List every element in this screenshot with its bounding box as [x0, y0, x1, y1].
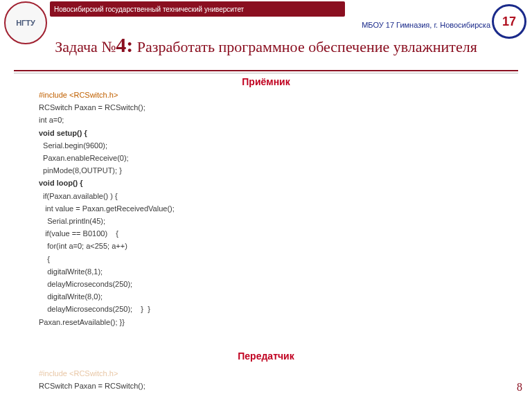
code-line: digitalWrite(8,1);: [39, 265, 175, 278]
code-line: digitalWrite(8,0);: [39, 290, 175, 303]
code-block-transmitter: #include <RCSwitch.h> RCSwitch Paxan = R…: [39, 367, 145, 392]
code-line: delayMicroseconds(250);: [39, 278, 175, 290]
section-transmitter: Передатчик: [0, 351, 532, 362]
code-line: {: [39, 253, 175, 265]
divider-sub: [14, 73, 518, 73]
code-line: Paxan.enableReceive(0);: [39, 152, 175, 164]
code-line: int a=0;: [39, 114, 175, 126]
logo-text: НГТУ: [16, 19, 35, 27]
code-line: #include <RCSwitch.h>: [39, 89, 175, 101]
university-name: Новосибирский государственный технически…: [54, 6, 244, 13]
code-line: RCSwitch Paxan = RCSwitch();: [39, 380, 145, 392]
code-line: void setup() {: [39, 127, 175, 139]
title-prefix: Задача №: [55, 38, 116, 55]
title-num: 4:: [116, 33, 133, 56]
code-line: pinMode(8,OUTPUT); }: [39, 164, 175, 177]
slide-title: Задача №4: Разработать программное обесп…: [0, 33, 532, 57]
code-line: if(value == B0100) {: [39, 227, 175, 240]
code-line: int value = Paxan.getReceivedValue();: [39, 202, 175, 215]
code-line: Paxan.resetAvailable(); }}: [39, 316, 175, 328]
title-rest: Разработать программное обеспечение увла…: [133, 38, 477, 55]
code-line: Serial.begin(9600);: [39, 139, 175, 152]
section-receiver: Приёмник: [0, 76, 532, 87]
code-line: if(Paxan.available() ) {: [39, 190, 175, 202]
code-line: #include <RCSwitch.h>: [39, 367, 145, 380]
page-number: 8: [517, 381, 522, 393]
code-line: for(int a=0; a<255; a++): [39, 240, 175, 252]
code-line: Serial.println(45);: [39, 215, 175, 227]
header-bar: Новосибирский государственный технически…: [50, 1, 345, 17]
divider-main: [14, 70, 518, 71]
code-line: RCSwitch Paxan = RCSwitch();: [39, 101, 175, 114]
school-logo-text: 17: [502, 15, 516, 29]
code-line: void loop() {: [39, 177, 175, 189]
school-name: МБОУ 17 Гимназия, г. Новосибирска: [362, 21, 490, 29]
code-block-receiver: #include <RCSwitch.h> RCSwitch Paxan = R…: [39, 89, 175, 328]
code-line: delayMicroseconds(250); } }: [39, 303, 175, 315]
